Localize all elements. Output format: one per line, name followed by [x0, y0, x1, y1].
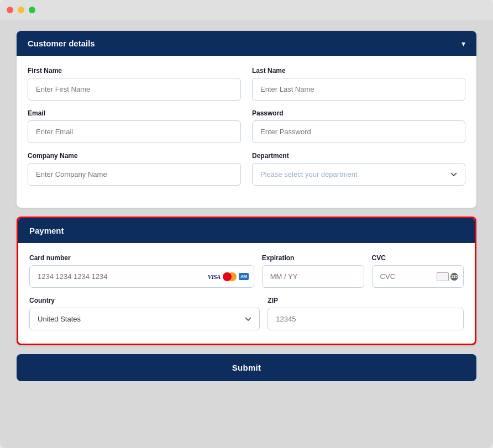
company-department-row: Company Name Department Please select yo…	[28, 152, 465, 186]
payment-title: Payment	[29, 226, 64, 235]
department-label: Department	[252, 152, 465, 160]
first-name-input[interactable]	[28, 78, 241, 101]
company-label: Company Name	[28, 152, 241, 160]
payment-header: Payment	[18, 218, 475, 243]
payment-top-row: Card number VISA AM	[29, 254, 464, 288]
mc-circle-left	[223, 272, 232, 281]
customer-details-body: First Name Last Name Email Pass	[17, 56, 476, 208]
email-input[interactable]	[28, 120, 241, 143]
payment-bottom-row: Country United States Canada United King…	[29, 297, 464, 330]
card-number-label: Card number	[29, 254, 254, 262]
email-label: Email	[28, 109, 241, 117]
maximize-button[interactable]	[29, 7, 35, 13]
country-select-wrapper: United States Canada United Kingdom Aust…	[29, 308, 260, 330]
main-content: Customer details ▾ First Name Last Name	[0, 20, 493, 392]
card-number-group: Card number VISA AM	[29, 254, 254, 288]
payment-body: Card number VISA AM	[18, 243, 475, 344]
minimize-button[interactable]	[18, 7, 24, 13]
country-label: Country	[29, 297, 260, 304]
customer-details-title: Customer details	[28, 39, 95, 48]
customer-details-card: Customer details ▾ First Name Last Name	[17, 31, 476, 208]
cvc-label: CVC	[372, 254, 464, 262]
expiration-input[interactable]	[262, 265, 364, 288]
close-button[interactable]	[7, 7, 13, 13]
first-name-group: First Name	[28, 67, 241, 101]
company-group: Company Name	[28, 152, 241, 186]
expiration-label: Expiration	[262, 254, 364, 262]
cvc-badge: 135	[450, 273, 458, 281]
amex-icon: AM	[239, 273, 249, 280]
password-group: Password	[252, 109, 465, 143]
password-input[interactable]	[252, 120, 465, 143]
country-group: Country United States Canada United King…	[29, 297, 260, 330]
app-window: Customer details ▾ First Name Last Name	[0, 0, 493, 448]
cvc-card-shape	[437, 272, 449, 281]
department-select[interactable]: Please select your department Engineerin…	[252, 163, 465, 186]
last-name-input[interactable]	[252, 78, 465, 101]
cvc-wrapper: 135	[372, 265, 464, 288]
last-name-group: Last Name	[252, 67, 465, 101]
customer-details-header: Customer details ▾	[17, 31, 476, 56]
chevron-down-icon[interactable]: ▾	[461, 39, 465, 48]
zip-input[interactable]	[268, 308, 464, 330]
card-number-wrapper: VISA AM	[29, 265, 254, 288]
email-password-row: Email Password	[28, 109, 465, 143]
name-row: First Name Last Name	[28, 67, 465, 101]
submit-button[interactable]: Submit	[17, 354, 476, 381]
visa-icon: VISA	[208, 273, 221, 280]
titlebar	[0, 0, 493, 20]
payment-card: Payment Card number VISA	[17, 217, 476, 345]
card-brand-icons: VISA AM	[208, 272, 249, 281]
mastercard-icon	[223, 272, 237, 281]
first-name-label: First Name	[28, 67, 241, 75]
email-group: Email	[28, 109, 241, 143]
cvc-card-icon: 135	[437, 272, 458, 281]
expiration-group: Expiration	[262, 254, 364, 288]
zip-label: ZIP	[268, 297, 464, 304]
department-group: Department Please select your department…	[252, 152, 465, 186]
country-select[interactable]: United States Canada United Kingdom Aust…	[29, 308, 260, 330]
cvc-group: CVC 135	[372, 254, 464, 288]
zip-group: ZIP	[268, 297, 464, 330]
last-name-label: Last Name	[252, 67, 465, 75]
company-input[interactable]	[28, 163, 241, 186]
password-label: Password	[252, 109, 465, 117]
